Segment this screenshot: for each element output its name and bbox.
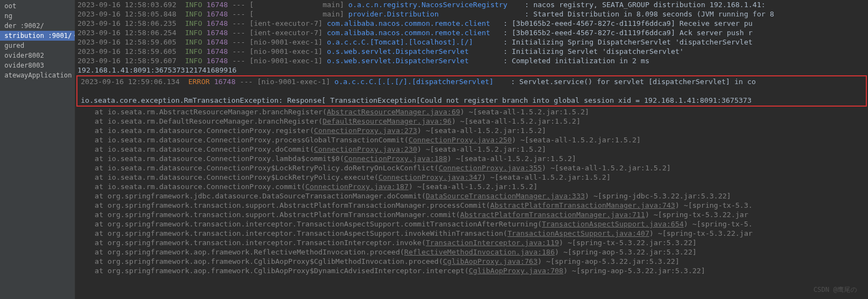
- source-link[interactable]: AbstractResourceManager.java:69: [327, 108, 460, 116]
- stack-frame: at io.seata.rm.AbstractResourceManager.b…: [75, 107, 868, 117]
- console-output[interactable]: 2023-09-16 12:58:03.692 INFO 16748 --- […: [75, 0, 868, 299]
- sidebar-item[interactable]: oot: [0, 1, 75, 11]
- stack-frame: at io.seata.rm.datasource.ConnectionProx…: [75, 135, 868, 145]
- stack-frame: at io.seata.rm.datasource.ConnectionProx…: [75, 126, 868, 135]
- source-link[interactable]: ConnectionProxy.java:187: [305, 182, 409, 191]
- source-link[interactable]: ConnectionProxy.java:230: [314, 145, 417, 153]
- log-line: [79, 86, 865, 96]
- stack-frame: at io.seata.rm.datasource.ConnectionProx…: [75, 182, 868, 191]
- watermark: CSDN @鹰尾の: [814, 285, 857, 295]
- stack-frame: at org.springframework.aop.framework.Cgl…: [75, 257, 868, 266]
- source-link[interactable]: AbstractPlatformTransactionManager.java:…: [460, 211, 646, 219]
- stack-frame: at org.springframework.aop.framework.Ref…: [75, 247, 868, 257]
- log-line: 2023-09-16 12:58:03.692 INFO 16748 --- […: [75, 0, 868, 9]
- sidebar-item[interactable]: ovider8002: [0, 51, 75, 60]
- sidebar-item[interactable]: ovider8003: [0, 60, 75, 70]
- source-link[interactable]: ConnectionProxy.java:347: [379, 173, 482, 181]
- error-highlight-box: 2023-09-16 12:59:06.134 ERROR 16748 --- …: [76, 75, 867, 107]
- sidebar-item-label: stribution :9001/: [4, 32, 72, 40]
- stack-frame: at org.springframework.transaction.suppo…: [75, 201, 868, 210]
- log-line: 2023-09-16 12:58:59.607 INFO 16748 --- […: [75, 56, 868, 65]
- source-link[interactable]: ConnectionProxy.java:188: [344, 154, 447, 163]
- stack-frame: at io.seata.rm.DefaultResourceManager.br…: [75, 117, 868, 126]
- stack-frame: at org.springframework.transaction.suppo…: [75, 210, 868, 219]
- log-line: 2023-09-16 12:58:59.605 INFO 16748 --- […: [75, 37, 868, 47]
- stack-frame: at io.seata.rm.datasource.ConnectionProx…: [75, 145, 868, 154]
- edit-icon: ✎: [74, 33, 75, 39]
- stack-frame: at io.seata.rm.datasource.ConnectionProx…: [75, 163, 868, 173]
- stack-frame: at org.springframework.jdbc.datasource.D…: [75, 191, 868, 201]
- log-line: 192.168.1.41:8091:3675373121741689916: [75, 65, 868, 75]
- stack-frame: at org.springframework.transaction.inter…: [75, 229, 868, 238]
- source-link[interactable]: AbstractPlatformTransactionManager.java:…: [490, 201, 675, 209]
- stack-frame: at org.springframework.aop.framework.Cgl…: [75, 266, 868, 275]
- source-link[interactable]: ReflectiveMethodInvocation.java:186: [404, 248, 555, 256]
- stack-frame: at io.seata.rm.datasource.ConnectionProx…: [75, 154, 868, 163]
- run-sidebar: oot ng der :9002/ stribution :9001/✎ gur…: [0, 0, 75, 299]
- sidebar-item[interactable]: atewayApplication: [0, 70, 75, 80]
- source-link[interactable]: TransactionAspectSupport.java:654: [542, 220, 683, 228]
- exception-line: io.seata.core.exception.RmTransactionExc…: [79, 96, 865, 105]
- source-link[interactable]: DataSourceTransactionManager.java:333: [426, 192, 585, 200]
- source-link[interactable]: TransactionInterceptor.java:119: [426, 239, 559, 247]
- log-line: 2023-09-16 12:58:05.848 INFO 16748 --- […: [75, 9, 868, 19]
- source-link[interactable]: ConnectionProxy.java:250: [409, 136, 512, 144]
- source-link[interactable]: ConnectionProxy.java:273: [314, 126, 417, 135]
- source-link[interactable]: CglibAopProxy.java:763: [443, 257, 537, 265]
- source-link[interactable]: CglibAopProxy.java:708: [469, 267, 563, 275]
- stack-frame: at org.springframework.transaction.inter…: [75, 238, 868, 247]
- sidebar-item[interactable]: ng: [0, 11, 75, 21]
- sidebar-item-selected[interactable]: stribution :9001/✎: [0, 31, 75, 41]
- log-line: 2023-09-16 12:59:06.134 ERROR 16748 --- …: [79, 77, 865, 86]
- source-link[interactable]: TransactionAspectSupport.java:407: [508, 229, 649, 237]
- sidebar-item[interactable]: der :9002/: [0, 21, 75, 31]
- log-line: 2023-09-16 12:58:06.235 INFO 16748 --- […: [75, 19, 868, 28]
- source-link[interactable]: ConnectionProxy.java:355: [438, 164, 542, 172]
- log-line: 2023-09-16 12:58:06.254 INFO 16748 --- […: [75, 28, 868, 37]
- stack-frame: at io.seata.rm.datasource.ConnectionProx…: [75, 173, 868, 182]
- log-line: 2023-09-16 12:58:59.605 INFO 16748 --- […: [75, 47, 868, 56]
- stack-frame: at org.springframework.transaction.inter…: [75, 219, 868, 229]
- sidebar-item[interactable]: gured: [0, 41, 75, 51]
- source-link[interactable]: DefaultResourceManager.java:96: [322, 117, 452, 125]
